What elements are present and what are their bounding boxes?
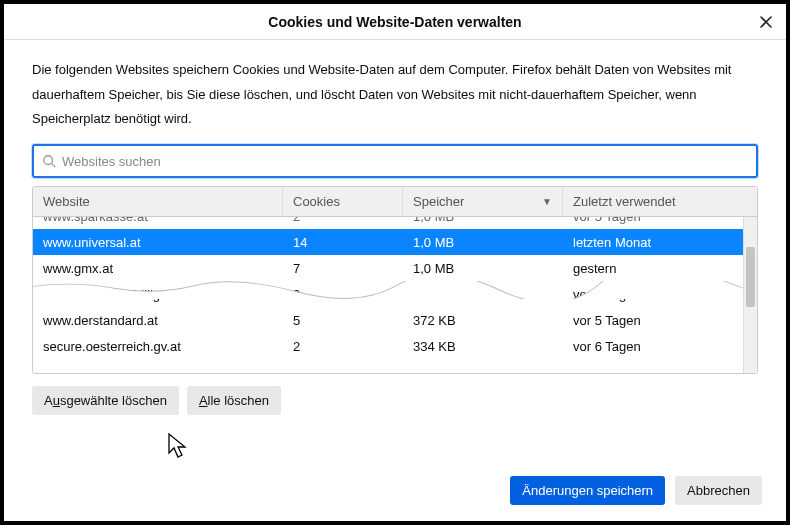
search-input[interactable] [62, 154, 748, 169]
save-changes-button[interactable]: Änderungen speichern [510, 476, 665, 505]
cell-site: secure.oesterreich.gv.at [33, 333, 283, 359]
cell-storage: 1,0 MB [403, 217, 563, 229]
btn-text: lle löschen [208, 393, 269, 408]
cell-last: vor 5 Tagen [563, 307, 743, 333]
close-icon [759, 15, 773, 29]
cell-cookies: 2 [283, 333, 403, 359]
cell-storage: 923 KB [403, 281, 563, 307]
cell-site: www.universal.at [33, 229, 283, 255]
table-row[interactable]: www.notebooksbilliger.de0923 KBvor 3 Tag… [33, 281, 743, 307]
cell-cookies: 0 [283, 281, 403, 307]
dialog-description: Die folgenden Websites speichern Cookies… [32, 58, 758, 132]
btn-mnemonic: u [53, 393, 60, 408]
col-website-label: Website [43, 194, 90, 209]
cancel-button[interactable]: Abbrechen [675, 476, 762, 505]
cell-cookies: 14 [283, 229, 403, 255]
table-row[interactable]: www.sparkasse.at21,0 MBvor 5 Tagen [33, 217, 743, 229]
cell-storage: 1,0 MB [403, 255, 563, 281]
table-row[interactable]: www.gmx.at71,0 MBgestern [33, 255, 743, 281]
cell-cookies: 2 [283, 217, 403, 229]
col-last-used[interactable]: Zuletzt verwendet [563, 187, 757, 217]
table-row[interactable]: www.derstandard.at5372 KBvor 5 Tagen [33, 307, 743, 333]
sites-table: Website Cookies Speicher▼ Zuletzt verwen… [32, 186, 758, 374]
table-header: Website Cookies Speicher▼ Zuletzt verwen… [33, 187, 757, 217]
search-field[interactable] [32, 144, 758, 178]
cell-cookies: 7 [283, 255, 403, 281]
cell-site: www.gmx.at [33, 255, 283, 281]
cell-site: www.notebooksbilliger.de [33, 281, 283, 307]
cell-storage: 1,0 MB [403, 229, 563, 255]
table-row[interactable]: www.universal.at141,0 MBletzten Monat [33, 229, 743, 255]
cell-last: letzten Monat [563, 229, 743, 255]
cell-site: www.sparkasse.at [33, 217, 283, 229]
scrollbar[interactable] [743, 217, 757, 373]
col-last-label: Zuletzt verwendet [573, 194, 676, 209]
cell-last: vor 5 Tagen [563, 217, 743, 229]
btn-mnemonic: A [199, 393, 208, 408]
table-row[interactable]: secure.oesterreich.gv.at2334 KBvor 6 Tag… [33, 333, 743, 359]
col-cookies-label: Cookies [293, 194, 340, 209]
cell-last: vor 6 Tagen [563, 333, 743, 359]
mouse-cursor-icon [168, 433, 190, 461]
cell-last: vor 3 Tagen [563, 281, 743, 307]
btn-text: A [44, 393, 53, 408]
col-website[interactable]: Website [33, 187, 283, 217]
remove-selected-button[interactable]: Ausgewählte löschen [32, 386, 179, 415]
cell-cookies: 5 [283, 307, 403, 333]
col-cookies[interactable]: Cookies [283, 187, 403, 217]
sort-desc-icon: ▼ [542, 196, 552, 207]
col-storage-label: Speicher [413, 194, 464, 209]
col-storage[interactable]: Speicher▼ [403, 187, 563, 217]
cell-storage: 372 KB [403, 307, 563, 333]
cell-storage: 334 KB [403, 333, 563, 359]
cell-site: www.derstandard.at [33, 307, 283, 333]
remove-all-button[interactable]: Alle löschen [187, 386, 281, 415]
dialog-title: Cookies und Website-Daten verwalten [268, 14, 521, 30]
btn-text: sgewählte löschen [60, 393, 167, 408]
cell-last: gestern [563, 255, 743, 281]
close-button[interactable] [756, 12, 776, 32]
svg-point-0 [44, 156, 53, 165]
search-icon [42, 154, 56, 168]
svg-line-1 [52, 164, 56, 168]
